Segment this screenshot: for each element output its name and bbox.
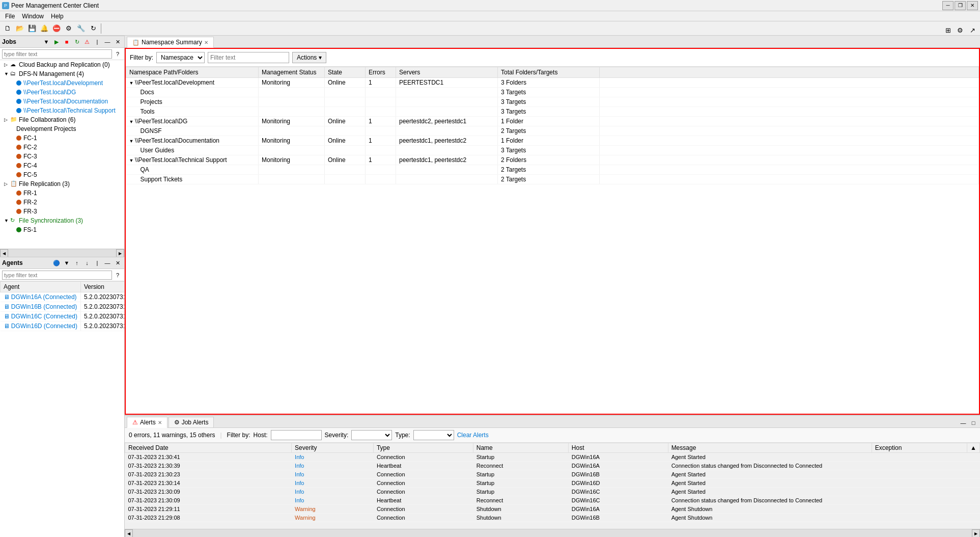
jobs-refresh-btn[interactable]: ↻: [72, 37, 81, 46]
tree-fc5[interactable]: FC-5: [0, 170, 124, 179]
expand-dfs[interactable]: ▼: [4, 71, 10, 76]
jobs-error-btn[interactable]: ⚠: [82, 37, 92, 46]
jobs-hscroll-left[interactable]: ◀: [0, 249, 8, 257]
tree-fc4[interactable]: FC-4: [0, 161, 124, 170]
jobs-filter-input[interactable]: [2, 49, 112, 59]
jobs-run-btn[interactable]: ▶: [52, 37, 61, 46]
menu-help[interactable]: Help: [48, 12, 67, 20]
expand-dev[interactable]: ▼: [129, 80, 135, 86]
alert-row-2[interactable]: 07-31-2023 21:30:23 Info Connection Star…: [125, 470, 980, 479]
jobs-hscroll-right[interactable]: ▶: [116, 249, 124, 257]
agent-row-3[interactable]: 🖥 DGWin16D (Connected) 5.2.0.20230731: [1, 321, 125, 331]
tb-icon5[interactable]: ⛔: [51, 23, 62, 34]
agents-minimize-btn[interactable]: —: [103, 258, 112, 267]
alert-row-3[interactable]: 07-31-2023 21:30:14 Info Connection Star…: [125, 479, 980, 488]
expand-fc[interactable]: ▷: [4, 117, 10, 122]
clear-alerts-link[interactable]: Clear Alerts: [457, 432, 489, 439]
alerts-hscroll-left[interactable]: ◀: [125, 529, 133, 537]
tr-btn3[interactable]: ↗: [967, 24, 978, 36]
menu-window[interactable]: Window: [19, 12, 47, 20]
alert-row-5[interactable]: 07-31-2023 21:30:09 Info Heartbeat Recon…: [125, 496, 980, 505]
agents-icon1[interactable]: 🔵: [52, 258, 61, 267]
ns-actions-button[interactable]: Actions ▾: [292, 52, 326, 63]
alert-row-0[interactable]: 07-31-2023 21:30:41 Info Connection Star…: [125, 453, 980, 462]
ns-row-doc[interactable]: ▼ \\PeerTest.local\Documentation Monitor…: [126, 136, 979, 146]
expand-fs[interactable]: ▼: [4, 218, 10, 223]
tb-icon6[interactable]: ⚙: [63, 23, 74, 34]
tree-fr2[interactable]: FR-2: [0, 198, 124, 207]
ns-child-ug-targets: 3 Targets: [498, 146, 600, 155]
ns-row-dev[interactable]: ▼ \\PeerTest.local\Development Monitorin…: [126, 78, 979, 88]
agent-row-0[interactable]: 🖥 DGWin16A (Connected) 5.2.0.20230731: [1, 292, 125, 302]
alert-row-7[interactable]: 07-31-2023 21:29:08 Warning Connection S…: [125, 514, 980, 522]
tree-file-collab[interactable]: ▷ 📁 File Collaboration (6): [0, 115, 124, 124]
agents-filter-help[interactable]: ?: [113, 271, 122, 280]
expand-cloud[interactable]: ▷: [4, 62, 10, 67]
toolbar: 🗋 📂 💾 🔔 ⛔ ⚙ 🔧 ↻ ⊞ ⚙ ↗: [0, 21, 980, 36]
minimize-button[interactable]: ─: [942, 1, 954, 10]
tb-icon4[interactable]: 🔔: [39, 23, 50, 34]
tb-new-button[interactable]: 🗋: [2, 23, 13, 34]
restore-button[interactable]: ❐: [955, 1, 966, 10]
tr-btn1[interactable]: ⊞: [942, 24, 954, 36]
title-bar-controls[interactable]: ─ ❐ ✕: [942, 1, 978, 10]
agents-filter-input[interactable]: [2, 271, 112, 280]
alerts-hscroll-right[interactable]: ▶: [972, 529, 980, 537]
tab-alerts[interactable]: ⚠ Alerts ✕: [127, 417, 167, 428]
tree-dfs-n[interactable]: ▼ 🗂 DFS-N Management (4): [0, 69, 124, 78]
alert-row-6[interactable]: 07-31-2023 21:29:11 Warning Connection S…: [125, 505, 980, 514]
agents-filter-btn[interactable]: ▼: [62, 258, 71, 267]
agent-row-2[interactable]: 🖥 DGWin16C (Connected) 5.2.0.20230731: [1, 312, 125, 321]
alerts-maximize-btn[interactable]: □: [969, 418, 978, 427]
tb-icon8[interactable]: ↻: [88, 23, 99, 34]
tree-dfs-ts[interactable]: \\PeerTest.local\Technical Support: [0, 106, 124, 115]
expand-dg[interactable]: ▼: [129, 119, 135, 124]
tree-fr1[interactable]: FR-1: [0, 189, 124, 198]
tree-fc3[interactable]: FC-3: [0, 152, 124, 161]
tree-cloud-backup[interactable]: ▷ ☁ Cloud Backup and Replication (0): [0, 60, 124, 69]
agents-up-btn[interactable]: ↑: [72, 258, 81, 267]
jobs-stop-btn[interactable]: ■: [62, 37, 71, 46]
expand-fr[interactable]: ▷: [4, 181, 10, 186]
jobs-close-panel-btn[interactable]: ✕: [113, 37, 122, 46]
ns-tab-close[interactable]: ✕: [204, 40, 208, 45]
close-button[interactable]: ✕: [967, 1, 978, 10]
tree-file-repl[interactable]: ▷ 📋 File Replication (3): [0, 179, 124, 189]
tree-fc2[interactable]: FC-2: [0, 143, 124, 152]
tab-job-alerts[interactable]: ⚙ Job Alerts: [169, 417, 214, 427]
tree-fc1[interactable]: FC-1: [0, 133, 124, 143]
ns-filter-dropdown[interactable]: Namespace: [156, 52, 205, 63]
jobs-filter-btn[interactable]: ▼: [42, 37, 51, 46]
tree-dfs-dev[interactable]: \\PeerTest.local\Development: [0, 78, 124, 88]
tree-dev-projects[interactable]: Development Projects: [0, 124, 124, 133]
alerts-severity-filter[interactable]: [351, 430, 392, 440]
alerts-type-filter[interactable]: [413, 430, 454, 440]
alerts-minimize-btn[interactable]: —: [959, 418, 968, 427]
tree-dfs-dg[interactable]: \\PeerTest.local\DG: [0, 88, 124, 97]
agent-row-1[interactable]: 🖥 DGWin16B (Connected) 5.2.0.20230731: [1, 302, 125, 312]
tb-icon7[interactable]: 🔧: [75, 23, 87, 34]
tree-fr3[interactable]: FR-3: [0, 207, 124, 216]
tab-namespace-summary[interactable]: 📋 Namespace Summary ✕: [127, 37, 214, 48]
alert-row-1[interactable]: 07-31-2023 21:30:39 Info Heartbeat Recon…: [125, 462, 980, 470]
fr-icon: 📋: [10, 180, 17, 187]
tree-file-sync[interactable]: ▼ ↻ File Synchronization (3): [0, 216, 124, 225]
alerts-tab-close[interactable]: ✕: [158, 420, 162, 425]
ns-row-ts[interactable]: ▼ \\PeerTest.local\Technical Support Mon…: [126, 155, 979, 165]
tr-btn2[interactable]: ⚙: [955, 24, 966, 36]
tree-dfs-doc[interactable]: \\PeerTest.local\Documentation: [0, 97, 124, 106]
jobs-filter-help[interactable]: ?: [113, 49, 122, 59]
agents-down-btn[interactable]: ↓: [82, 258, 92, 267]
alerts-host-filter[interactable]: [271, 430, 322, 440]
tree-fs1[interactable]: FS-1: [0, 225, 124, 234]
ns-row-dg[interactable]: ▼ \\PeerTest.local\DG Monitoring Online …: [126, 117, 979, 126]
tb-save-button[interactable]: 💾: [26, 23, 38, 34]
tb-open-button[interactable]: 📂: [14, 23, 25, 34]
agents-close-btn[interactable]: ✕: [113, 258, 122, 267]
alert-row-4[interactable]: 07-31-2023 21:30:09 Info Connection Star…: [125, 488, 980, 496]
expand-doc[interactable]: ▼: [129, 139, 135, 144]
ns-filter-text[interactable]: [208, 52, 289, 63]
menu-file[interactable]: File: [2, 12, 18, 20]
expand-ts[interactable]: ▼: [129, 158, 135, 163]
jobs-minimize-btn[interactable]: —: [103, 37, 112, 46]
